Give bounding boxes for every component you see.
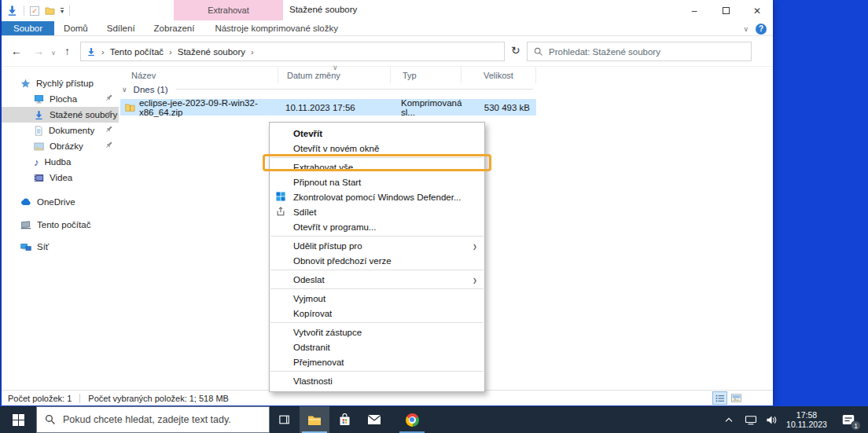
document-icon: [34, 126, 43, 136]
sidebar-item-pictures[interactable]: Obrázky: [2, 138, 119, 154]
submenu-arrow-icon: ›: [473, 271, 476, 288]
refresh-icon[interactable]: ↻: [511, 44, 520, 57]
context-tab-group-header: Extrahovat: [174, 0, 283, 20]
sidebar-item-this-pc[interactable]: Tento počítač: [2, 217, 119, 233]
details-view-icon[interactable]: [713, 392, 726, 404]
tab-soubor[interactable]: Soubor: [2, 21, 54, 35]
sidebar-item-quick-access[interactable]: Rychlý přístup: [2, 75, 119, 91]
menu-item-rename[interactable]: Přejmenovat: [270, 354, 484, 369]
title-bar: ✓ ▾ Extrahovat Stažené soubory – ✕: [2, 0, 773, 21]
navigation-pane: Rychlý přístup Plocha Stažené soubory Do…: [2, 67, 119, 390]
taskbar-app-mail[interactable]: [359, 406, 389, 433]
group-header[interactable]: ∨ Dnes (1): [119, 83, 536, 96]
address-bar[interactable]: › Tento počítač › Stažené soubory ›: [80, 42, 505, 61]
properties-icon[interactable]: ✓: [30, 6, 39, 16]
back-button[interactable]: ←: [11, 45, 22, 57]
menu-item-send-to[interactable]: Odeslat ›: [270, 272, 484, 287]
windows-logo-icon: [13, 414, 24, 426]
window-controls: – ✕: [679, 0, 773, 21]
menu-item-open-with[interactable]: Otevřít v programu...: [270, 219, 484, 234]
tab-nastroje-komprimovane-slozky[interactable]: Nástroje komprimované složky: [204, 21, 349, 35]
notification-center-button[interactable]: 1: [832, 406, 865, 433]
group-label: Dnes (1): [134, 85, 168, 94]
table-row[interactable]: eclipse-jee-2023-09-R-win32-x86_64.zip 1…: [120, 99, 536, 116]
explorer-search-box[interactable]: [527, 42, 752, 61]
menu-item-open[interactable]: Otevřít: [270, 126, 484, 141]
customize-qat-icon[interactable]: ▾: [61, 8, 64, 14]
menu-separator: [270, 270, 484, 270]
sidebar-item-documents[interactable]: Dokumenty: [2, 123, 119, 138]
tab-sdileni[interactable]: Sdílení: [97, 21, 145, 35]
column-header-size[interactable]: Velikost: [462, 67, 536, 83]
sidebar-item-network[interactable]: Síť: [2, 239, 119, 255]
ribbon-tabs: Soubor Domů Sdílení Zobrazení Nástroje k…: [2, 21, 773, 36]
menu-item-pin-to-start[interactable]: Připnout na Start: [270, 174, 484, 189]
breadcrumb-downloads[interactable]: Stažené soubory: [178, 47, 245, 57]
menu-item-restore-versions[interactable]: Obnovit předchozí verze: [270, 253, 484, 268]
chrome-icon: [406, 413, 419, 427]
column-header-name[interactable]: Název: [119, 67, 278, 83]
task-view-icon: [278, 414, 291, 425]
sort-direction-icon[interactable]: ∨: [333, 64, 338, 72]
new-folder-icon[interactable]: [45, 6, 55, 15]
file-type: Komprimovaná sl...: [391, 98, 462, 117]
taskbar-clock[interactable]: 17:58 10.11.2023: [782, 406, 832, 433]
taskbar-app-store[interactable]: [329, 406, 359, 433]
menu-item-share[interactable]: Sdílet: [270, 204, 484, 219]
breadcrumb-separator: ›: [251, 47, 254, 57]
menu-item-properties[interactable]: Vlastnosti: [270, 373, 484, 388]
collapse-ribbon-icon[interactable]: ∨: [743, 25, 748, 33]
menu-item-scan-with-defender[interactable]: Zkontrolovat pomocí Windows Defender...: [270, 189, 484, 204]
status-divider: [79, 394, 80, 403]
sidebar-item-onedrive[interactable]: OneDrive: [2, 194, 119, 210]
status-bar: Počet položek: 1 Počet vybraných položek…: [2, 390, 773, 405]
close-button[interactable]: ✕: [741, 0, 773, 21]
menu-separator: [270, 236, 484, 237]
up-button[interactable]: ↑: [64, 45, 70, 57]
system-tray: 17:58 10.11.2023 1: [717, 406, 868, 433]
menu-item-give-access[interactable]: Udělit přístup pro ›: [270, 238, 484, 253]
column-headers: Název Datum změny Typ Velikost: [119, 67, 536, 83]
column-header-type[interactable]: Typ: [391, 67, 462, 83]
pin-icon: [105, 125, 113, 134]
taskbar-app-chrome[interactable]: [397, 406, 427, 433]
maximize-button[interactable]: [710, 0, 741, 21]
breadcrumb-this-pc[interactable]: Tento počítač: [110, 47, 164, 57]
sidebar-item-desktop[interactable]: Plocha: [2, 91, 119, 107]
pin-icon: [105, 109, 113, 118]
tray-expand-icon[interactable]: [717, 406, 741, 433]
clock-date: 10.11.2023: [786, 420, 827, 429]
sidebar-item-downloads[interactable]: Stažené soubory: [2, 107, 119, 123]
menu-separator: [270, 288, 484, 289]
windows-defender-icon: [276, 192, 285, 201]
downloads-icon: [34, 110, 44, 120]
help-icon[interactable]: ?: [756, 24, 767, 35]
menu-item-copy[interactable]: Kopírovat: [270, 306, 484, 321]
explorer-search-input[interactable]: [549, 47, 745, 57]
task-view-button[interactable]: [270, 406, 300, 433]
taskbar-app-file-explorer[interactable]: [300, 406, 329, 433]
menu-item-cut[interactable]: Vyjmout: [270, 291, 484, 306]
onedrive-cloud-icon: [20, 198, 31, 206]
sidebar-item-music[interactable]: ♪ Hudba: [2, 154, 119, 170]
volume-icon[interactable]: [761, 406, 782, 433]
downloads-breadcrumb-icon: [86, 47, 96, 57]
menu-item-delete[interactable]: Odstranit: [270, 339, 484, 354]
network-tray-icon[interactable]: [741, 406, 761, 433]
collapse-group-icon[interactable]: ∨: [122, 86, 127, 94]
computer-icon: [20, 221, 31, 229]
tab-zobrazeni[interactable]: Zobrazení: [145, 21, 204, 35]
menu-item-create-shortcut[interactable]: Vytvořit zástupce: [270, 325, 484, 339]
minimize-button[interactable]: –: [679, 0, 710, 21]
sidebar-item-videos[interactable]: Videa: [2, 170, 119, 185]
recent-locations-icon[interactable]: ∨: [51, 47, 56, 60]
taskbar-search-box[interactable]: [36, 406, 270, 433]
taskbar-search-input[interactable]: [63, 414, 261, 425]
tab-domu[interactable]: Domů: [54, 21, 97, 35]
qat-divider: [24, 6, 24, 16]
share-icon: [276, 207, 285, 216]
start-button[interactable]: [0, 406, 36, 433]
videos-icon: [34, 174, 44, 182]
thumbnails-view-icon[interactable]: [730, 392, 743, 404]
menu-separator: [270, 371, 484, 372]
